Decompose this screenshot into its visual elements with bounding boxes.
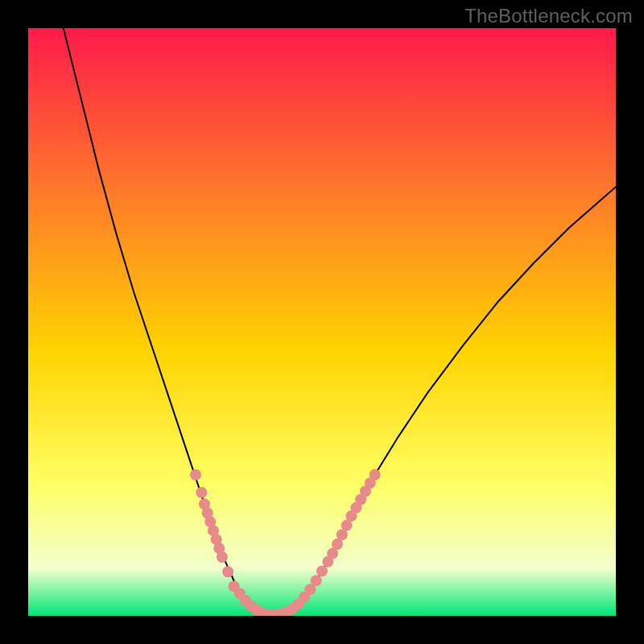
data-point	[316, 566, 328, 577]
data-point	[222, 566, 233, 577]
chart-svg	[28, 28, 616, 616]
data-point	[369, 469, 381, 481]
data-point	[190, 469, 201, 481]
watermark-label: TheBottleneck.com	[464, 5, 633, 27]
data-point	[217, 551, 228, 563]
plot-area	[28, 28, 616, 616]
data-point	[196, 487, 207, 498]
data-point	[311, 575, 322, 586]
chart-container: TheBottleneck.com	[0, 0, 644, 644]
gradient-background	[28, 28, 616, 616]
